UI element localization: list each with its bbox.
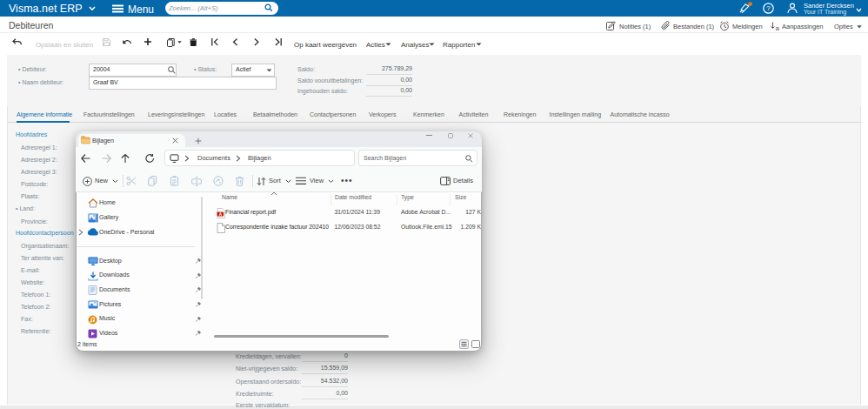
svg-text:?: ? (766, 4, 771, 12)
svg-text:a: a (776, 24, 780, 32)
